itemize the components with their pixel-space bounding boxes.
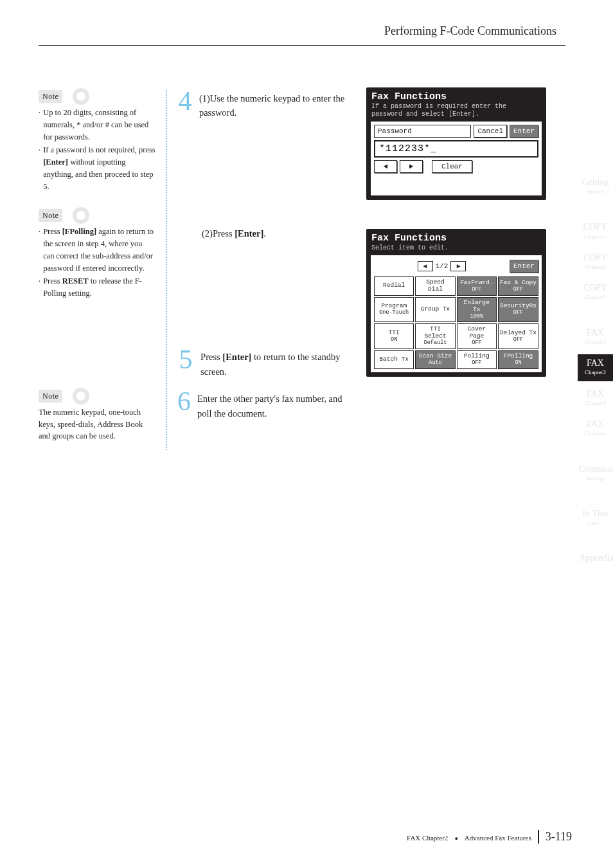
note-text: Up to 20 digits, consisting of numerals,… — [43, 107, 155, 143]
bullet-dot: · — [39, 144, 40, 192]
step-5: 5 Press [Enter] to return to the standby… — [177, 346, 357, 379]
note-text: Press RESET to release the F-Polling set… — [43, 275, 155, 300]
step-text: Enter the other party's fax number, and … — [197, 388, 357, 420]
lcd-function-cell[interactable]: Scan SizeAuto — [415, 350, 455, 369]
lcd-password-value — [374, 140, 538, 158]
note-block-3: The numeric keypad, one-touch keys, spee… — [39, 406, 155, 442]
lcd-subtitle: If a password is required enter the pass… — [370, 103, 542, 121]
substep-text-part: Press — [213, 228, 235, 239]
lcd-function-cell[interactable]: Batch Tx — [374, 350, 414, 369]
lcd-function-cell[interactable]: ProgramOne-Touch — [374, 297, 414, 323]
lcd-function-cell[interactable]: Redial — [374, 276, 414, 296]
note-text: If a password is not required, press [En… — [43, 144, 155, 192]
lcd-enter-button[interactable]: Enter — [510, 260, 538, 273]
note-text-part: Press — [43, 276, 62, 285]
side-tab[interactable]: In ThisCase... — [578, 505, 613, 531]
side-tab[interactable]: COPYChapter2 — [578, 249, 613, 275]
lcd-function-cell[interactable]: Cover PageOFF — [457, 323, 497, 349]
tab-spacer — [578, 310, 613, 320]
side-tab[interactable]: COPYChapter3 — [578, 279, 613, 305]
lcd-cancel-button[interactable]: Cancel — [474, 125, 507, 138]
note-text-part: Press — [43, 227, 62, 236]
steps-column: 4 (1)Use the numeric keypad to enter the… — [177, 87, 357, 429]
substep-bold: [Enter] — [235, 228, 263, 239]
note-bold: [Enter] — [43, 158, 68, 167]
note-block-2: · Press [FPolling] again to return to th… — [39, 226, 155, 300]
lcd-function-cell[interactable]: Group Tx — [415, 297, 455, 323]
step-number: 6 — [177, 388, 191, 420]
side-tab[interactable]: Appendix — [578, 549, 613, 568]
substep-prefix: (2) — [202, 228, 213, 239]
lcd-function-cell[interactable]: PollingOFF — [457, 350, 497, 369]
footer-bullet-icon: ● — [454, 835, 458, 842]
side-tab[interactable]: GettingStarted — [578, 174, 613, 200]
lcd-password-label: Password — [374, 125, 471, 138]
side-tab[interactable]: FAXChapter4 — [578, 415, 613, 442]
step-6: 6 Enter the other party's fax number, an… — [177, 388, 357, 420]
vertical-dotted-divider — [166, 90, 167, 450]
note-text: Press [FPolling] again to return to the … — [43, 226, 155, 274]
bullet-dot: · — [39, 275, 40, 300]
top-rule — [39, 45, 565, 46]
side-tab[interactable]: CommonSettings — [578, 460, 613, 487]
step-4-part2: (2)Press [Enter]. — [202, 226, 357, 240]
note-circle-icon — [76, 392, 85, 401]
lcd-clear-button[interactable]: Clear — [432, 160, 472, 173]
tab-spacer — [578, 204, 613, 214]
step-number: 5 — [177, 346, 194, 379]
lcd-page-right-button[interactable]: ► — [450, 261, 466, 271]
lcd-title: Fax Functions — [370, 233, 542, 244]
lcd-function-cell[interactable]: Fax & CopyOFF — [498, 276, 538, 296]
footer-section: Advanced Fax Features — [465, 834, 531, 842]
side-tab[interactable]: FAXChapter2 — [578, 354, 613, 381]
step-4: 4 (1)Use the numeric keypad to enter the… — [177, 87, 357, 120]
note-bold: RESET — [62, 276, 89, 285]
substep-text-part: . — [263, 228, 266, 239]
lcd-subtitle: Select item to edit. — [370, 244, 542, 255]
note-label: Note — [39, 90, 62, 103]
tab-spacer — [578, 491, 613, 501]
lcd-function-grid: RedialSpeed DialFaxFrwrd.OFFFax & CopyOF… — [374, 276, 538, 369]
lcd-function-cell[interactable]: FaxFrwrd.OFF — [457, 276, 497, 296]
note-text-part: If a password is not required, press — [43, 145, 155, 154]
step-number: 4 — [177, 87, 193, 120]
bullet-dot: · — [39, 107, 40, 143]
note-circle-icon — [76, 211, 85, 220]
lcd-function-cell[interactable]: TTI SelectDefault — [415, 323, 455, 349]
lcd-title: Fax Functions — [370, 91, 542, 103]
page-number: 3-119 — [538, 830, 572, 844]
lcd-page-left-button[interactable]: ◄ — [418, 261, 433, 271]
lcd-function-cell[interactable]: TTION — [374, 323, 414, 349]
lcd-function-cell[interactable]: FPollingON — [498, 350, 538, 369]
lcd-screenshot-password: Fax Functions If a password is required … — [366, 87, 546, 200]
note-circle-icon — [76, 92, 85, 101]
lcd-function-cell[interactable]: Speed Dial — [415, 276, 455, 296]
bullet-dot: · — [39, 226, 40, 274]
lcd-left-arrow-button[interactable]: ◄ — [374, 160, 397, 173]
lcd-function-cell[interactable]: Enlarge Tx100% — [457, 297, 497, 323]
lcd-screenshot-functions: Fax Functions Select item to edit. ◄ 1/2… — [366, 229, 546, 377]
running-head: Performing F-Code Communications — [384, 24, 556, 38]
side-tab[interactable]: FAXChapter1 — [578, 324, 613, 350]
footer-chapter: FAX Chapter2 — [407, 834, 448, 842]
note-label: Note — [39, 209, 62, 222]
tab-spacer — [578, 535, 613, 545]
lcd-enter-button[interactable]: Enter — [510, 125, 538, 138]
tab-spacer — [578, 446, 613, 457]
lcd-function-cell[interactable]: Delayed TxOFF — [498, 323, 538, 349]
step-bold: [Enter] — [222, 352, 251, 362]
note-block-1: · Up to 20 digits, consisting of numeral… — [39, 107, 155, 192]
lcd-right-arrow-button[interactable]: ► — [400, 160, 423, 173]
side-tabs: GettingStartedCOPYChapter1COPYChapter2CO… — [578, 174, 613, 568]
substep-prefix: (1) — [199, 93, 210, 104]
substep-text: Use the numeric keypad to enter the pass… — [199, 93, 344, 118]
lcd-page-indicator: 1/2 — [436, 262, 449, 270]
note-label: Note — [39, 390, 62, 402]
notes-column: Note · Up to 20 digits, consisting of nu… — [39, 90, 155, 442]
page-footer: FAX Chapter2 ● Advanced Fax Features 3-1… — [407, 830, 572, 844]
step-text-part: Press — [200, 352, 222, 362]
note-bold: [FPolling] — [62, 227, 96, 236]
side-tab[interactable]: COPYChapter1 — [578, 218, 613, 244]
lcd-function-cell[interactable]: SecurityRxOFF — [498, 297, 538, 323]
side-tab[interactable]: FAXChapter3 — [578, 385, 613, 411]
